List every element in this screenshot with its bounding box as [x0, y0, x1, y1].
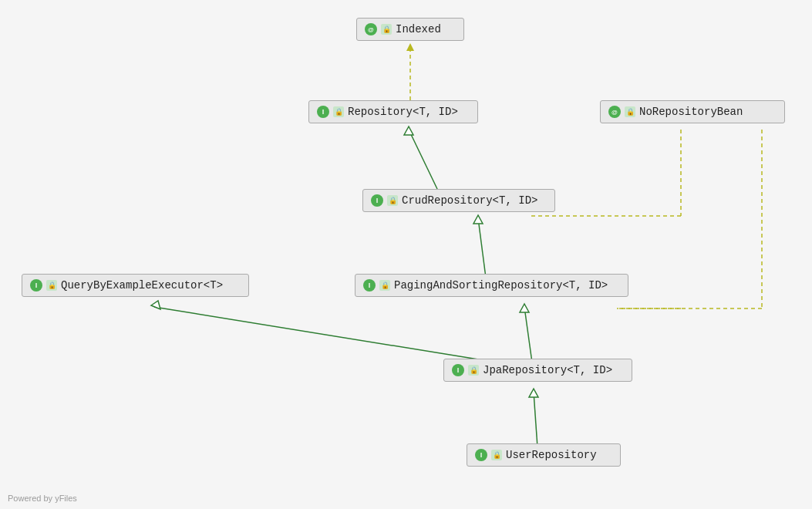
- svg-marker-7: [473, 215, 483, 224]
- repository-lock-icon: 🔒: [333, 106, 344, 117]
- pagingandsortingrepository-interface-icon: I: [363, 279, 376, 292]
- node-crudrepository: I 🔒 CrudRepository<T, ID>: [362, 189, 555, 212]
- svg-marker-11: [520, 304, 529, 312]
- crudrepository-interface-icon: I: [371, 194, 383, 207]
- svg-line-2: [409, 130, 437, 189]
- svg-marker-9: [151, 301, 160, 309]
- userrepository-lock-icon: 🔒: [491, 450, 502, 460]
- svg-line-8: [154, 307, 497, 362]
- diagram-container: @ 🔒 Indexed I 🔒 Repository<T, ID> @ 🔒 No…: [0, 0, 812, 509]
- userrepository-label: UserRepository: [506, 449, 597, 461]
- pagingandsortingrepository-label: PagingAndSortingRepository<T, ID>: [394, 279, 608, 292]
- node-querybyexampleexecutor: I 🔒 QueryByExampleExecutor<T>: [22, 274, 249, 297]
- indexed-lock-icon: 🔒: [381, 24, 392, 35]
- norepositorybean-label: NoRepositoryBean: [639, 106, 743, 118]
- jparepository-interface-icon: I: [452, 364, 464, 376]
- svg-line-6: [478, 218, 486, 278]
- jparepository-lock-icon: 🔒: [468, 365, 479, 376]
- node-indexed: @ 🔒 Indexed: [356, 18, 464, 41]
- node-jparepository: I 🔒 JpaRepository<T, ID>: [443, 359, 632, 382]
- querybyexampleexecutor-label: QueryByExampleExecutor<T>: [61, 279, 223, 292]
- repository-label: Repository<T, ID>: [348, 106, 458, 118]
- querybyexampleexecutor-interface-icon: I: [30, 279, 42, 292]
- querybyexampleexecutor-lock-icon: 🔒: [46, 280, 57, 291]
- node-norepositorybean: @ 🔒 NoRepositoryBean: [600, 100, 785, 123]
- norepositorybean-lock-icon: 🔒: [625, 106, 635, 117]
- svg-marker-3: [404, 126, 413, 135]
- crudrepository-lock-icon: 🔒: [387, 195, 398, 206]
- userrepository-interface-icon: I: [475, 449, 487, 461]
- powered-by-label: Powered by yFiles: [8, 494, 77, 503]
- svg-marker-16: [529, 389, 538, 397]
- node-pagingandsortingrepository: I 🔒 PagingAndSortingRepository<T, ID>: [355, 274, 628, 297]
- pagingandsortingrepository-lock-icon: 🔒: [379, 280, 390, 291]
- indexed-label: Indexed: [396, 23, 441, 35]
- jparepository-label: JpaRepository<T, ID>: [483, 364, 612, 376]
- crudrepository-label: CrudRepository<T, ID>: [402, 194, 537, 207]
- indexed-at-icon: @: [365, 23, 377, 35]
- svg-line-15: [534, 392, 537, 447]
- node-userrepository: I 🔒 UserRepository: [467, 443, 621, 467]
- norepositorybean-at-icon: @: [608, 106, 621, 118]
- svg-marker-1: [406, 43, 414, 51]
- svg-line-10: [524, 307, 532, 362]
- repository-interface-icon: I: [317, 106, 329, 118]
- node-repository: I 🔒 Repository<T, ID>: [308, 100, 478, 123]
- diagram-svg: [0, 0, 812, 509]
